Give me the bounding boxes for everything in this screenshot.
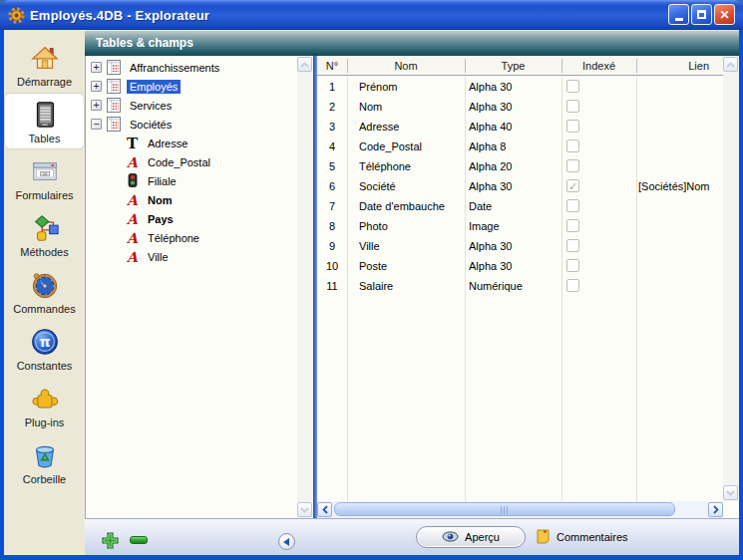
sidebar-item-formulaires[interactable]: OKFormulaires [4, 149, 85, 206]
cell-number: 8 [317, 216, 347, 236]
tree-item-table[interactable]: +Services [87, 96, 296, 115]
table-row[interactable]: 7Date d'embaucheDate [317, 196, 723, 216]
sidebar-item-plugins[interactable]: Plug-ins [4, 377, 85, 433]
tree-field-label[interactable]: Code_Postal [145, 155, 213, 169]
sidebar-item-tables[interactable]: Tables [4, 93, 85, 149]
expand-icon[interactable]: + [91, 81, 102, 92]
scroll-down-icon[interactable] [723, 485, 738, 500]
scroll-up-icon[interactable] [723, 57, 738, 72]
indexed-checkbox[interactable] [566, 120, 579, 133]
column-separator [347, 59, 348, 73]
apercu-button[interactable]: Aperçu [416, 526, 526, 548]
expand-icon[interactable]: + [91, 62, 102, 73]
tree-item-label[interactable]: Services [127, 99, 175, 113]
indexed-checkbox[interactable] [566, 100, 579, 113]
maximize-button[interactable] [691, 4, 712, 25]
tree-item-field[interactable]: ANom [87, 190, 296, 209]
collapse-panel-button[interactable] [278, 533, 295, 550]
table-row[interactable]: 2NomAlpha 30 [317, 97, 723, 117]
tree-field-label[interactable]: Filiale [145, 174, 180, 188]
title-bar[interactable]: Employés.4DB - Explorateur ✕ [0, 0, 743, 30]
tree-item-table[interactable]: −Sociétés [87, 115, 296, 134]
column-header[interactable]: Indexé [561, 56, 636, 76]
sidebar-item-label: Commandes [13, 303, 75, 315]
home-icon [29, 42, 61, 74]
table-row[interactable]: 8PhotoImage [317, 216, 723, 236]
table-row[interactable]: 3AdresseAlpha 40 [317, 117, 723, 137]
tree-field-label[interactable]: Adresse [145, 137, 190, 150]
indexed-checkbox[interactable] [566, 219, 579, 232]
maximize-icon [697, 10, 706, 19]
sidebar-item-label: Constantes [17, 360, 73, 372]
form-icon: OK [29, 155, 61, 187]
column-header[interactable]: Type [465, 56, 561, 76]
table-row[interactable]: 6SociétéAlpha 30✓[Sociétés]Nom [317, 176, 723, 196]
cell-field-type: Alpha 30 [469, 77, 512, 97]
app-window: Employés.4DB - Explorateur ✕ DémarrageTa… [0, 0, 743, 560]
cell-field-type: Date [469, 196, 492, 216]
table-row[interactable]: 1PrénomAlpha 30 [317, 77, 723, 97]
chevron-left-icon [283, 538, 289, 546]
table-horizontal-scrollbar[interactable] [317, 501, 723, 518]
commentaires-button[interactable]: Commentaires [536, 528, 628, 546]
tree-item-field[interactable]: APays [87, 209, 296, 228]
table-row[interactable]: 10PosteAlpha 30 [317, 256, 723, 276]
minimize-icon [675, 18, 683, 21]
table-row[interactable]: 9VilleAlpha 30 [317, 236, 723, 256]
minimize-button[interactable] [668, 4, 689, 25]
column-header[interactable]: Nom [347, 56, 465, 76]
table-row[interactable]: 11SalaireNumérique [317, 276, 723, 296]
tree-field-label[interactable]: Ville [145, 250, 172, 264]
tree-item-field[interactable]: AVille [87, 247, 296, 266]
tables-tree: +Affranchissements+Employés+Services−Soc… [87, 58, 296, 516]
table-row[interactable]: 5TéléphoneAlpha 20 [317, 156, 723, 176]
indexed-checkbox[interactable] [566, 159, 579, 172]
tree-item-field[interactable]: TAdresse [87, 134, 296, 152]
tree-item-label[interactable]: Affranchissements [127, 61, 222, 75]
indexed-checkbox[interactable] [566, 80, 579, 93]
scroll-right-icon[interactable] [708, 502, 723, 517]
horizontal-scroll-thumb[interactable] [334, 502, 675, 516]
sidebar-item-methodes[interactable]: Méthodes [4, 206, 85, 263]
indexed-checkbox[interactable] [566, 239, 579, 252]
scroll-down-icon[interactable] [297, 502, 312, 517]
column-header[interactable]: N° [317, 56, 347, 76]
sidebar-item-commandes[interactable]: Commandes [4, 263, 85, 320]
methods-icon [29, 212, 61, 244]
tree-item-field[interactable]: ACode_Postal [87, 152, 296, 171]
sidebar-item-demarrage[interactable]: Démarrage [4, 36, 85, 93]
tree-item-field[interactable]: ATéléphone [87, 228, 296, 247]
cell-number: 7 [317, 196, 347, 216]
indexed-checkbox[interactable] [566, 140, 579, 152]
tree-item-table[interactable]: +Employés [87, 77, 296, 96]
sidebar-item-constantes[interactable]: πConstantes [4, 320, 85, 377]
indexed-checkbox[interactable]: ✓ [566, 179, 579, 192]
collapse-icon[interactable]: − [91, 119, 102, 130]
tree-field-label[interactable]: Pays [145, 212, 177, 226]
tree-item-table[interactable]: +Affranchissements [87, 58, 296, 77]
cell-field-type: Numérique [469, 276, 523, 296]
tree-field-label[interactable]: Nom [145, 193, 175, 207]
scroll-left-icon[interactable] [317, 502, 332, 517]
column-header[interactable]: Lien [636, 56, 723, 76]
add-button[interactable] [101, 531, 120, 550]
tree-item-label[interactable]: Employés [127, 80, 181, 94]
sidebar-item-label: Tables [29, 133, 61, 144]
close-button[interactable]: ✕ [714, 4, 735, 25]
indexed-checkbox[interactable] [566, 279, 579, 292]
bottom-bar: Aperçu Commentaires [85, 518, 739, 555]
table-vertical-scrollbar[interactable] [723, 56, 739, 501]
table-row[interactable]: 4Code_PostalAlpha 8 [317, 137, 723, 156]
cell-number: 2 [317, 97, 347, 117]
indexed-checkbox[interactable] [566, 259, 579, 272]
alpha-field-icon: A [124, 154, 141, 170]
expand-icon[interactable]: + [91, 100, 102, 111]
tree-item-field[interactable]: Filiale [87, 171, 296, 190]
indexed-checkbox[interactable] [566, 199, 579, 212]
tree-vertical-scrollbar[interactable] [297, 56, 313, 518]
scroll-up-icon[interactable] [297, 57, 312, 72]
delete-button[interactable] [130, 536, 148, 544]
tree-item-label[interactable]: Sociétés [127, 118, 175, 132]
tree-field-label[interactable]: Téléphone [145, 231, 202, 245]
sidebar-item-corbeille[interactable]: Corbeille [4, 433, 85, 490]
